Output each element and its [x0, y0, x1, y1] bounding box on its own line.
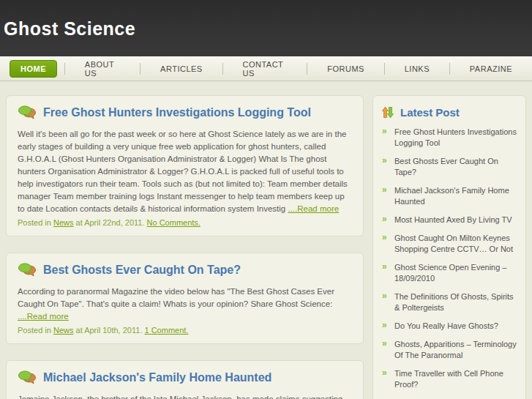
latest-post-link[interactable]: The Definitions Of Ghosts, Spirits & Pol… — [394, 292, 514, 312]
latest-post-item[interactable]: »Michael Jackson's Family Home Haunted — [382, 185, 517, 207]
latest-post-item[interactable]: »Best Ghosts Ever Caught On Tape? — [382, 156, 517, 178]
post-excerpt: Well it's been all go for the past week … — [18, 128, 352, 215]
category-link[interactable]: News — [53, 326, 74, 335]
latest-post-link[interactable]: Ghost Caught On Milton Keynes Shopping C… — [394, 234, 513, 253]
page-content: Free Ghost Hunters Investigations Loggin… — [0, 81, 532, 399]
post-excerpt: According to paranormal Magazine the vid… — [18, 286, 352, 323]
latest-post-item[interactable]: »The Definitions Of Ghosts, Spirits & Po… — [382, 291, 517, 313]
post-meta: Posted in News at April 22nd, 2011. No C… — [18, 217, 352, 228]
nav-item-forums[interactable]: FORUMS — [307, 58, 384, 80]
chevron-bullet-icon: » — [382, 155, 387, 166]
nav-item-links[interactable]: LINKS — [385, 58, 449, 80]
chevron-bullet-icon: » — [382, 320, 387, 331]
comments-link[interactable]: 1 Comment. — [145, 326, 189, 335]
latest-post-item[interactable]: »Ghost Science Open Evening – 18/09/2010 — [382, 262, 517, 284]
chevron-bullet-icon: » — [382, 338, 387, 349]
meta-date: at April 22nd, 2011. — [76, 218, 145, 227]
speech-bubbles-icon — [18, 105, 37, 120]
latest-post-item[interactable]: »Ghosts, Apparitions – Terminology Of Th… — [382, 339, 517, 361]
up-down-arrows-icon — [382, 106, 394, 119]
latest-post-link[interactable]: Do You Really Have Ghosts? — [394, 321, 498, 330]
post-title-row: Best Ghosts Ever Caught On Tape? — [18, 263, 352, 277]
chevron-bullet-icon: » — [382, 232, 387, 243]
nav-item-contact-us[interactable]: CONTACT US — [222, 53, 307, 84]
latest-post-item[interactable]: »Ghost Caught On Milton Keynes Shopping … — [382, 233, 517, 255]
comments-link[interactable]: No Comments. — [147, 218, 201, 227]
latest-post-link[interactable]: Ghost Science Open Evening – 18/09/2010 — [394, 263, 506, 283]
category-link[interactable]: News — [53, 218, 74, 227]
nav-item-articles[interactable]: ARTICLES — [141, 58, 222, 80]
post-title[interactable]: Best Ghosts Ever Caught On Tape? — [43, 264, 241, 277]
site-header: Ghost Science — [0, 0, 532, 56]
latest-post-widget: Latest Post »Free Ghost Hunters Investig… — [372, 95, 526, 399]
latest-post-list: »Free Ghost Hunters Investigations Loggi… — [382, 127, 517, 390]
post-excerpt: Jemaine Jackson, the brother of the late… — [18, 393, 352, 399]
posts-column: Free Ghost Hunters Investigations Loggin… — [6, 95, 364, 399]
post-card: Best Ghosts Ever Caught On Tape? Accordi… — [6, 253, 364, 344]
nav-item-parazine[interactable]: PARAZINE — [450, 58, 532, 80]
latest-post-link[interactable]: Ghosts, Apparitions – Terminology Of The… — [394, 340, 517, 359]
latest-post-item[interactable]: »Time Traveller with Cell Phone Proof? — [382, 368, 517, 390]
latest-post-link[interactable]: Time Traveller with Cell Phone Proof? — [394, 369, 503, 389]
chevron-bullet-icon: » — [382, 126, 387, 137]
post-title-row: Michael Jackson's Family Home Haunted — [18, 370, 352, 385]
latest-post-link[interactable]: Michael Jackson's Family Home Haunted — [394, 186, 509, 206]
meta-date: at April 10th, 2011. — [76, 326, 143, 335]
meta-prefix: Posted in — [18, 326, 51, 335]
latest-post-title: Latest Post — [400, 106, 460, 119]
latest-post-item[interactable]: »Do You Really Have Ghosts? — [382, 321, 517, 332]
chevron-bullet-icon: » — [382, 214, 387, 225]
chevron-bullet-icon: » — [382, 261, 387, 272]
speech-bubbles-icon — [18, 370, 37, 385]
post-excerpt-text: According to paranormal Magazine the vid… — [18, 287, 334, 308]
post-meta: Posted in News at April 10th, 2011. 1 Co… — [18, 324, 352, 336]
post-title[interactable]: Michael Jackson's Family Home Haunted — [43, 371, 271, 384]
latest-post-item[interactable]: »Most Haunted Axed By Living TV — [382, 215, 517, 225]
latest-post-link[interactable]: Free Ghost Hunters Investigations Loggin… — [394, 127, 517, 147]
speech-bubbles-icon — [18, 263, 37, 277]
chevron-bullet-icon: » — [382, 291, 387, 302]
read-more-link[interactable]: ....Read more — [18, 312, 69, 321]
latest-post-item[interactable]: »Free Ghost Hunters Investigations Loggi… — [382, 127, 517, 149]
sidebar: Latest Post »Free Ghost Hunters Investig… — [372, 95, 526, 399]
chevron-bullet-icon: » — [382, 184, 387, 195]
latest-post-heading-row: Latest Post — [382, 106, 517, 119]
main-nav: HOME ABOUT US ARTICLES CONTACT US FORUMS… — [0, 56, 532, 81]
post-card: Michael Jackson's Family Home Haunted Je… — [6, 360, 364, 399]
latest-post-link[interactable]: Best Ghosts Ever Caught On Tape? — [394, 157, 498, 176]
post-title-row: Free Ghost Hunters Investigations Loggin… — [18, 105, 352, 120]
post-title[interactable]: Free Ghost Hunters Investigations Loggin… — [43, 106, 311, 119]
latest-post-link[interactable]: Most Haunted Axed By Living TV — [394, 215, 512, 224]
site-title[interactable]: Ghost Science — [0, 0, 532, 40]
read-more-link[interactable]: ....Read more — [288, 204, 339, 213]
nav-item-about-us[interactable]: ABOUT US — [65, 53, 140, 84]
post-card: Free Ghost Hunters Investigations Loggin… — [6, 95, 364, 236]
chevron-bullet-icon: » — [382, 368, 387, 379]
nav-item-home[interactable]: HOME — [10, 60, 57, 78]
meta-prefix: Posted in — [18, 218, 51, 227]
post-excerpt-text: Well it's been all go for the past week … — [18, 130, 348, 213]
post-excerpt-text: Jemaine Jackson, the brother of the late… — [18, 395, 348, 399]
